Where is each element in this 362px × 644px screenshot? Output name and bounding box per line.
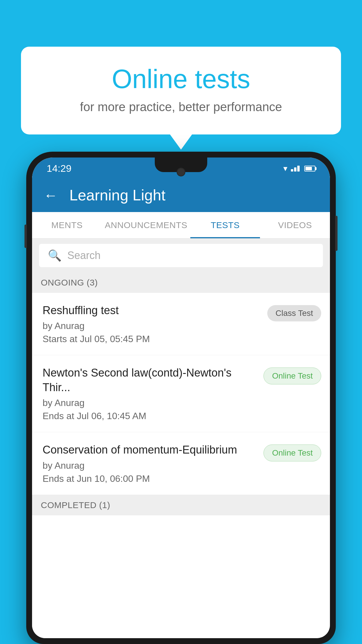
- tab-announcements[interactable]: ANNOUNCEMENTS: [102, 212, 190, 238]
- test-badge: Online Test: [263, 444, 321, 461]
- power-button: [335, 216, 338, 251]
- signal-bars: [291, 166, 300, 172]
- test-item[interactable]: Reshuffling test by Anurag Starts at Jul…: [32, 293, 330, 355]
- speech-bubble-container: Online tests for more practice, better p…: [21, 47, 341, 134]
- test-badge: Class Test: [267, 305, 321, 321]
- test-author: by Anurag: [43, 321, 261, 331]
- back-button[interactable]: ←: [44, 187, 58, 203]
- test-info: Conservation of momentum-Equilibrium by …: [43, 443, 263, 484]
- phone-screen: 14:29 ▾ ← Learning Light MENTS ANNOUNCEM…: [32, 158, 330, 638]
- test-badge: Online Test: [263, 368, 321, 384]
- test-item[interactable]: Newton's Second law(contd)-Newton's Thir…: [32, 355, 330, 432]
- battery-fill: [305, 167, 312, 170]
- test-date: Ends at Jun 10, 06:00 PM: [43, 473, 258, 484]
- test-author: by Anurag: [43, 460, 258, 471]
- test-name: Conservation of momentum-Equilibrium: [43, 443, 258, 457]
- test-name: Newton's Second law(contd)-Newton's Thir…: [43, 366, 258, 395]
- app-title: Learning Light: [69, 186, 166, 204]
- search-container: 🔍 Search: [32, 239, 330, 272]
- test-info: Reshuffling test by Anurag Starts at Jul…: [43, 303, 267, 344]
- test-author: by Anurag: [43, 398, 258, 408]
- app-header: ← Learning Light: [32, 178, 330, 212]
- phone-frame: 14:29 ▾ ← Learning Light MENTS ANNOUNCEM…: [26, 152, 336, 644]
- status-icons: ▾: [283, 164, 315, 173]
- ongoing-section-header: ONGOING (3): [32, 272, 330, 293]
- search-input[interactable]: Search: [67, 249, 101, 262]
- speech-bubble-subtitle: for more practice, better performance: [44, 100, 318, 114]
- speech-bubble: Online tests for more practice, better p…: [21, 47, 341, 134]
- wifi-icon: ▾: [283, 164, 287, 173]
- test-info: Newton's Second law(contd)-Newton's Thir…: [43, 366, 263, 421]
- tab-tests[interactable]: TESTS: [190, 212, 260, 238]
- volume-button: [24, 225, 27, 248]
- speech-bubble-title: Online tests: [44, 64, 318, 94]
- completed-section-header: COMPLETED (1): [32, 495, 330, 515]
- search-icon: 🔍: [48, 249, 61, 262]
- test-date: Starts at Jul 05, 05:45 PM: [43, 334, 261, 344]
- tab-videos[interactable]: VIDEOS: [260, 212, 330, 238]
- front-camera: [177, 168, 185, 176]
- tab-bar: MENTS ANNOUNCEMENTS TESTS VIDEOS: [32, 212, 330, 239]
- battery-icon: [304, 166, 315, 172]
- test-name: Reshuffling test: [43, 303, 261, 318]
- test-date: Ends at Jul 06, 10:45 AM: [43, 411, 258, 421]
- test-list: Reshuffling test by Anurag Starts at Jul…: [32, 293, 330, 638]
- search-bar[interactable]: 🔍 Search: [39, 244, 323, 267]
- status-time: 14:29: [47, 163, 71, 174]
- test-item[interactable]: Conservation of momentum-Equilibrium by …: [32, 432, 330, 495]
- tab-ments[interactable]: MENTS: [32, 212, 102, 238]
